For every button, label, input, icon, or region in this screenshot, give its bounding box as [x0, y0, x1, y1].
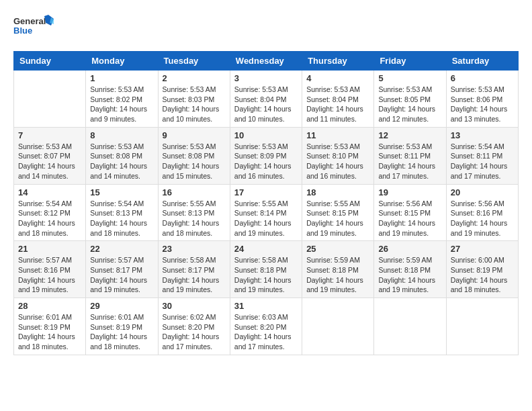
calendar-cell: 1Sunrise: 5:53 AM Sunset: 8:02 PM Daylig…: [86, 71, 158, 128]
day-info: Sunrise: 5:53 AM Sunset: 8:10 PM Dayligh…: [306, 142, 369, 181]
day-info: Sunrise: 5:55 AM Sunset: 8:15 PM Dayligh…: [306, 199, 369, 238]
header: General Blue: [13, 13, 519, 40]
calendar-cell: 27Sunrise: 6:00 AM Sunset: 8:19 PM Dayli…: [446, 241, 518, 298]
day-info: Sunrise: 6:01 AM Sunset: 8:19 PM Dayligh…: [90, 312, 153, 352]
calendar-cell: 21Sunrise: 5:57 AM Sunset: 8:16 PM Dayli…: [14, 241, 86, 298]
header-thursday: Thursday: [302, 52, 374, 71]
day-number: 7: [18, 130, 81, 140]
day-info: Sunrise: 5:54 AM Sunset: 8:11 PM Dayligh…: [451, 142, 514, 181]
day-number: 20: [451, 187, 514, 197]
day-info: Sunrise: 6:00 AM Sunset: 8:19 PM Dayligh…: [451, 255, 514, 295]
day-info: Sunrise: 5:53 AM Sunset: 8:05 PM Dayligh…: [378, 85, 441, 124]
day-info: Sunrise: 5:53 AM Sunset: 8:08 PM Dayligh…: [163, 142, 226, 181]
calendar-cell: 10Sunrise: 5:53 AM Sunset: 8:09 PM Dayli…: [230, 127, 302, 184]
calendar-cell: 16Sunrise: 5:55 AM Sunset: 8:13 PM Dayli…: [158, 184, 230, 241]
calendar-cell: 19Sunrise: 5:56 AM Sunset: 8:15 PM Dayli…: [374, 184, 446, 241]
day-info: Sunrise: 6:01 AM Sunset: 8:19 PM Dayligh…: [18, 312, 81, 352]
header-tuesday: Tuesday: [158, 52, 230, 71]
calendar-cell: 2Sunrise: 5:53 AM Sunset: 8:03 PM Daylig…: [158, 71, 230, 128]
day-number: 16: [163, 187, 226, 197]
day-number: 17: [234, 187, 298, 197]
day-number: 25: [306, 244, 369, 254]
day-info: Sunrise: 5:55 AM Sunset: 8:13 PM Dayligh…: [163, 199, 226, 238]
day-info: Sunrise: 5:54 AM Sunset: 8:13 PM Dayligh…: [90, 199, 153, 238]
day-info: Sunrise: 6:02 AM Sunset: 8:20 PM Dayligh…: [163, 312, 226, 352]
calendar-cell: 28Sunrise: 6:01 AM Sunset: 8:19 PM Dayli…: [14, 298, 86, 355]
day-number: 26: [378, 244, 441, 254]
day-info: Sunrise: 5:53 AM Sunset: 8:06 PM Dayligh…: [451, 85, 514, 124]
header-sunday: Sunday: [14, 52, 86, 71]
calendar-cell: 12Sunrise: 5:53 AM Sunset: 8:11 PM Dayli…: [374, 127, 446, 184]
calendar-cell: 13Sunrise: 5:54 AM Sunset: 8:11 PM Dayli…: [446, 127, 518, 184]
calendar-cell: [14, 71, 86, 128]
calendar-week-1: 1Sunrise: 5:53 AM Sunset: 8:02 PM Daylig…: [14, 71, 519, 128]
calendar-cell: 23Sunrise: 5:58 AM Sunset: 8:17 PM Dayli…: [158, 241, 230, 298]
calendar-cell: 9Sunrise: 5:53 AM Sunset: 8:08 PM Daylig…: [158, 127, 230, 184]
day-number: 15: [90, 187, 153, 197]
day-number: 23: [163, 244, 226, 254]
day-number: 30: [163, 301, 226, 311]
day-info: Sunrise: 5:53 AM Sunset: 8:04 PM Dayligh…: [234, 85, 298, 124]
day-info: Sunrise: 5:57 AM Sunset: 8:16 PM Dayligh…: [18, 255, 81, 295]
day-number: 4: [306, 73, 369, 83]
day-number: 18: [306, 187, 369, 197]
day-info: Sunrise: 5:59 AM Sunset: 8:18 PM Dayligh…: [378, 255, 441, 295]
day-number: 19: [378, 187, 441, 197]
calendar-cell: [302, 298, 374, 355]
calendar-header-row: SundayMondayTuesdayWednesdayThursdayFrid…: [14, 52, 519, 71]
calendar-cell: 6Sunrise: 5:53 AM Sunset: 8:06 PM Daylig…: [446, 71, 518, 128]
day-number: 27: [451, 244, 514, 254]
header-monday: Monday: [86, 52, 158, 71]
day-number: 9: [163, 130, 226, 140]
calendar-cell: [446, 298, 518, 355]
day-info: Sunrise: 5:54 AM Sunset: 8:12 PM Dayligh…: [18, 199, 81, 238]
day-number: 22: [90, 244, 153, 254]
svg-text:General: General: [13, 16, 46, 26]
day-number: 12: [378, 130, 441, 140]
calendar-cell: 15Sunrise: 5:54 AM Sunset: 8:13 PM Dayli…: [86, 184, 158, 241]
day-number: 24: [234, 244, 298, 254]
day-number: 14: [18, 187, 81, 197]
day-info: Sunrise: 5:59 AM Sunset: 8:18 PM Dayligh…: [306, 255, 369, 295]
calendar-cell: 7Sunrise: 5:53 AM Sunset: 8:07 PM Daylig…: [14, 127, 86, 184]
day-number: 28: [18, 301, 81, 311]
day-number: 31: [234, 301, 298, 311]
day-number: 21: [18, 244, 81, 254]
day-number: 13: [451, 130, 514, 140]
calendar-cell: 4Sunrise: 5:53 AM Sunset: 8:04 PM Daylig…: [302, 71, 374, 128]
calendar-cell: 11Sunrise: 5:53 AM Sunset: 8:10 PM Dayli…: [302, 127, 374, 184]
calendar-cell: 17Sunrise: 5:55 AM Sunset: 8:14 PM Dayli…: [230, 184, 302, 241]
calendar-cell: 18Sunrise: 5:55 AM Sunset: 8:15 PM Dayli…: [302, 184, 374, 241]
calendar-cell: 29Sunrise: 6:01 AM Sunset: 8:19 PM Dayli…: [86, 298, 158, 355]
calendar-cell: 26Sunrise: 5:59 AM Sunset: 8:18 PM Dayli…: [374, 241, 446, 298]
day-info: Sunrise: 5:53 AM Sunset: 8:04 PM Dayligh…: [306, 85, 369, 124]
header-friday: Friday: [374, 52, 446, 71]
day-number: 6: [451, 73, 514, 83]
calendar-table: SundayMondayTuesdayWednesdayThursdayFrid…: [13, 51, 519, 355]
day-number: 2: [163, 73, 226, 83]
calendar-cell: 14Sunrise: 5:54 AM Sunset: 8:12 PM Dayli…: [14, 184, 86, 241]
day-number: 5: [378, 73, 441, 83]
calendar-cell: 20Sunrise: 5:56 AM Sunset: 8:16 PM Dayli…: [446, 184, 518, 241]
svg-text:Blue: Blue: [13, 26, 32, 36]
header-wednesday: Wednesday: [230, 52, 302, 71]
day-number: 11: [306, 130, 369, 140]
calendar-cell: 3Sunrise: 5:53 AM Sunset: 8:04 PM Daylig…: [230, 71, 302, 128]
day-info: Sunrise: 5:57 AM Sunset: 8:17 PM Dayligh…: [90, 255, 153, 295]
day-info: Sunrise: 5:55 AM Sunset: 8:14 PM Dayligh…: [234, 199, 298, 238]
day-number: 10: [234, 130, 298, 140]
logo-svg: General Blue: [13, 13, 54, 40]
calendar-cell: 30Sunrise: 6:02 AM Sunset: 8:20 PM Dayli…: [158, 298, 230, 355]
day-info: Sunrise: 6:03 AM Sunset: 8:20 PM Dayligh…: [234, 312, 298, 352]
calendar-cell: 25Sunrise: 5:59 AM Sunset: 8:18 PM Dayli…: [302, 241, 374, 298]
calendar-cell: [374, 298, 446, 355]
logo: General Blue: [13, 13, 54, 40]
day-info: Sunrise: 5:56 AM Sunset: 8:15 PM Dayligh…: [378, 199, 441, 238]
day-info: Sunrise: 5:53 AM Sunset: 8:09 PM Dayligh…: [234, 142, 298, 181]
calendar-week-3: 14Sunrise: 5:54 AM Sunset: 8:12 PM Dayli…: [14, 184, 519, 241]
day-info: Sunrise: 5:58 AM Sunset: 8:17 PM Dayligh…: [163, 255, 226, 295]
day-info: Sunrise: 5:53 AM Sunset: 8:07 PM Dayligh…: [18, 142, 81, 181]
calendar-cell: 5Sunrise: 5:53 AM Sunset: 8:05 PM Daylig…: [374, 71, 446, 128]
day-info: Sunrise: 5:58 AM Sunset: 8:18 PM Dayligh…: [234, 255, 298, 295]
day-number: 29: [90, 301, 153, 311]
